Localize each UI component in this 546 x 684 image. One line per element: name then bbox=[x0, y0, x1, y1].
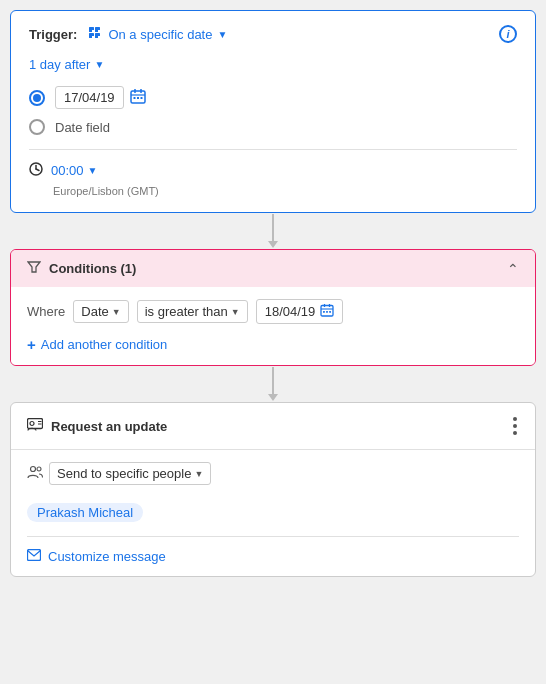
filter-icon bbox=[27, 260, 41, 277]
connector-arrow-2 bbox=[268, 394, 278, 401]
add-icon: + bbox=[27, 336, 36, 353]
person-chip[interactable]: Prakash Micheal bbox=[27, 503, 143, 522]
conditions-card: Conditions (1) ⌃ Where Date ▼ is greater… bbox=[10, 249, 536, 366]
trigger-label: Trigger: bbox=[29, 27, 77, 42]
send-icon bbox=[27, 465, 43, 482]
svg-line-17 bbox=[36, 169, 39, 171]
request-body: Send to specific people ▼ Prakash Michea… bbox=[11, 450, 535, 576]
time-dropdown[interactable]: 00:00 bbox=[51, 163, 84, 178]
send-to-row: Send to specific people ▼ bbox=[27, 462, 519, 485]
svg-rect-24 bbox=[326, 311, 328, 313]
condition-row: Where Date ▼ is greater than ▼ 18/04/19 bbox=[27, 299, 519, 324]
send-dropdown-arrow: ▼ bbox=[194, 469, 203, 479]
connector-1 bbox=[10, 213, 536, 249]
svg-rect-32 bbox=[28, 550, 41, 561]
customize-message-button[interactable]: Customize message bbox=[27, 549, 519, 564]
request-card: Request an update Send to specific peopl… bbox=[10, 402, 536, 577]
timezone-label: Europe/Lisbon (GMT) bbox=[53, 185, 159, 197]
request-header: Request an update bbox=[11, 403, 535, 450]
day-after-arrow: ▼ bbox=[94, 59, 104, 70]
svg-rect-13 bbox=[137, 97, 139, 99]
grid-icon bbox=[89, 27, 103, 41]
condition-operator-dropdown[interactable]: is greater than ▼ bbox=[137, 300, 248, 323]
svg-point-31 bbox=[37, 467, 41, 471]
svg-rect-5 bbox=[98, 30, 100, 32]
connector-line bbox=[272, 214, 274, 242]
trigger-value-button[interactable]: On a specific date ▼ bbox=[89, 27, 227, 42]
svg-rect-14 bbox=[140, 97, 142, 99]
divider bbox=[29, 149, 517, 150]
date-input-value[interactable]: 17/04/19 bbox=[55, 86, 124, 109]
person-chips-area: Prakash Micheal bbox=[27, 497, 519, 522]
svg-rect-6 bbox=[92, 36, 94, 38]
connector-line-2 bbox=[272, 367, 274, 395]
info-button[interactable]: i bbox=[499, 25, 517, 43]
time-row: 00:00 ▼ bbox=[29, 162, 517, 179]
field-dropdown-arrow: ▼ bbox=[112, 307, 121, 317]
more-options-button[interactable] bbox=[511, 415, 519, 437]
trigger-value-text: On a specific date bbox=[108, 27, 212, 42]
clock-icon bbox=[29, 162, 43, 179]
day-after-dropdown[interactable]: 1 day after ▼ bbox=[29, 57, 517, 72]
conditions-title: Conditions (1) bbox=[27, 260, 136, 277]
svg-rect-19 bbox=[321, 306, 333, 317]
trigger-dropdown-arrow: ▼ bbox=[217, 29, 227, 40]
time-dropdown-arrow: ▼ bbox=[88, 165, 98, 176]
svg-rect-4 bbox=[92, 30, 94, 32]
conditions-body: Where Date ▼ is greater than ▼ 18/04/19 bbox=[11, 287, 535, 365]
add-condition-button[interactable]: + Add another condition bbox=[27, 336, 519, 353]
where-label: Where bbox=[27, 304, 65, 319]
send-to-dropdown[interactable]: Send to specific people ▼ bbox=[49, 462, 211, 485]
specific-date-radio[interactable] bbox=[29, 90, 45, 106]
svg-rect-23 bbox=[323, 311, 325, 313]
request-title: Request an update bbox=[27, 418, 167, 435]
request-icon bbox=[27, 418, 43, 435]
date-field-radio[interactable] bbox=[29, 119, 45, 135]
specific-date-option[interactable]: 17/04/19 bbox=[29, 86, 517, 109]
request-divider bbox=[27, 536, 519, 537]
svg-point-30 bbox=[31, 467, 36, 472]
condition-field-dropdown[interactable]: Date ▼ bbox=[73, 300, 128, 323]
svg-rect-25 bbox=[330, 311, 332, 313]
svg-rect-12 bbox=[133, 97, 135, 99]
date-field-label: Date field bbox=[55, 120, 110, 135]
condition-value-input[interactable]: 18/04/19 bbox=[256, 299, 344, 324]
operator-dropdown-arrow: ▼ bbox=[231, 307, 240, 317]
envelope-icon bbox=[27, 549, 41, 564]
svg-marker-18 bbox=[28, 262, 40, 272]
connector-arrow bbox=[268, 241, 278, 248]
conditions-header: Conditions (1) ⌃ bbox=[11, 250, 535, 287]
connector-2 bbox=[10, 366, 536, 402]
date-field-option[interactable]: Date field bbox=[29, 119, 517, 135]
svg-point-27 bbox=[30, 421, 34, 425]
date-input-group: 17/04/19 bbox=[55, 86, 146, 109]
conditions-collapse-button[interactable]: ⌃ bbox=[507, 261, 519, 277]
trigger-card: Trigger: On a specific date ▼ i bbox=[10, 10, 536, 213]
calendar-icon[interactable] bbox=[130, 88, 146, 107]
condition-calendar-icon bbox=[320, 303, 334, 320]
svg-rect-7 bbox=[98, 36, 100, 38]
date-radio-group: 17/04/19 bbox=[29, 86, 517, 135]
